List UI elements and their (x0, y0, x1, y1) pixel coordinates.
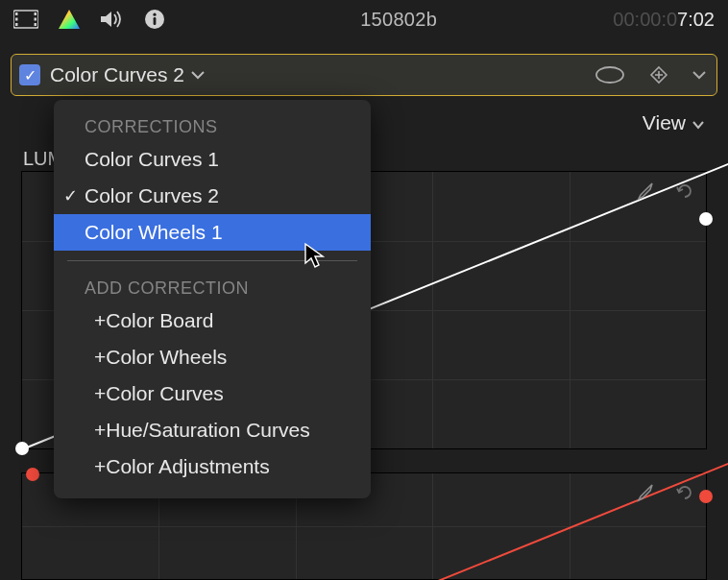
corrections-dropdown: CORRECTIONS Color Curves 1 ✓ Color Curve… (54, 100, 371, 498)
dropdown-item-color-wheels-1[interactable]: Color Wheels 1 (54, 214, 371, 251)
dropdown-add-color-adjustments[interactable]: +Color Adjustments (54, 448, 371, 485)
divider (67, 260, 357, 261)
svg-point-9 (153, 13, 156, 16)
clip-name: 150802b (184, 9, 613, 31)
dropdown-item-label: +Color Board (94, 309, 213, 332)
curve-control-point[interactable] (26, 468, 39, 481)
svg-rect-5 (35, 18, 37, 21)
dropdown-item-label: +Hue/Saturation Curves (94, 419, 310, 442)
dropdown-item-label: +Color Wheels (94, 346, 227, 369)
dropdown-item-label: +Color Curves (94, 382, 224, 405)
dropdown-item-label: Color Wheels 1 (85, 221, 223, 244)
timecode-white: 7:02 (677, 9, 715, 30)
dropdown-item-label: Color Curves 1 (85, 148, 219, 171)
dropdown-item-label: Color Curves 2 (85, 184, 219, 207)
dropdown-add-hue-saturation[interactable]: +Hue/Saturation Curves (54, 412, 371, 448)
effect-bar: ✓ Color Curves 2 (11, 54, 717, 96)
chevron-down-icon[interactable] (190, 64, 206, 85)
effect-title[interactable]: Color Curves 2 (50, 63, 184, 86)
dropdown-section-add-correction: ADD CORRECTION (54, 271, 371, 302)
eyedropper-icon[interactable] (635, 180, 656, 201)
dropdown-add-color-curves[interactable]: +Color Curves (54, 375, 371, 412)
curve-control-point[interactable] (15, 442, 29, 455)
color-swatch-icon[interactable] (58, 9, 81, 30)
dropdown-add-color-board[interactable]: +Color Board (54, 302, 371, 339)
svg-rect-1 (15, 12, 18, 15)
dropdown-item-color-curves-1[interactable]: Color Curves 1 (54, 141, 371, 178)
svg-rect-3 (15, 23, 18, 26)
view-button-label: View (643, 111, 686, 134)
svg-point-11 (596, 67, 623, 83)
timecode-gray: 00:00:0 (613, 9, 677, 30)
svg-marker-7 (59, 10, 80, 29)
volume-icon[interactable] (100, 9, 125, 30)
svg-rect-2 (15, 18, 18, 21)
curve-control-point[interactable] (699, 490, 713, 503)
svg-rect-10 (154, 17, 157, 25)
effect-enabled-checkbox[interactable]: ✓ (19, 64, 40, 85)
chevron-down-icon (692, 111, 705, 134)
svg-rect-4 (35, 12, 37, 15)
mask-ellipse-icon[interactable] (594, 64, 626, 85)
video-icon[interactable] (13, 9, 38, 30)
undo-arrow-icon[interactable] (673, 180, 694, 201)
top-toolbar: 150802b 00:00:07:02 (0, 0, 728, 38)
view-button[interactable]: View (643, 111, 705, 134)
eyedropper-icon[interactable] (635, 481, 656, 502)
undo-arrow-icon[interactable] (673, 481, 694, 502)
curve-control-point[interactable] (699, 212, 713, 226)
svg-rect-6 (35, 23, 37, 26)
check-icon: ✓ (63, 185, 78, 206)
timecode: 00:00:07:02 (613, 9, 715, 31)
dropdown-item-color-curves-2[interactable]: ✓ Color Curves 2 (54, 178, 371, 214)
dropdown-add-color-wheels[interactable]: +Color Wheels (54, 339, 371, 375)
dropdown-item-label: +Color Adjustments (94, 455, 270, 478)
keyframe-icon[interactable] (649, 65, 668, 85)
dropdown-section-corrections: CORRECTIONS (54, 109, 371, 141)
chevron-down-icon[interactable] (692, 69, 707, 81)
info-icon[interactable] (144, 9, 165, 30)
